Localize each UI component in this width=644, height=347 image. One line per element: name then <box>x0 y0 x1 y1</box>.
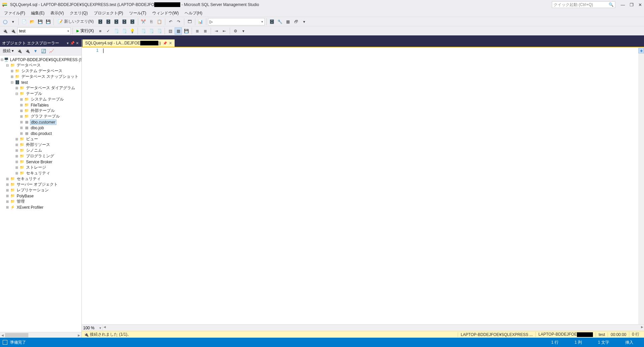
comment-button[interactable]: ≣ <box>194 27 201 35</box>
diagram-node[interactable]: データベース ダイアグラム <box>25 85 76 91</box>
serverobjects-node[interactable]: サーバー オブジェクト <box>16 182 58 187</box>
indent-button[interactable]: ⇥ <box>213 27 220 35</box>
cut-button[interactable]: ✂️ <box>140 18 147 25</box>
tree-hscroll[interactable]: ◀ ▶ <box>0 332 81 338</box>
include-plan-button[interactable]: 🗒️ <box>140 27 147 35</box>
mdx-query-button[interactable]: 🗄️ <box>113 18 120 25</box>
refresh-button[interactable]: 🔄 <box>40 47 47 55</box>
zoom-combo[interactable]: 100 %▾ <box>82 326 102 330</box>
databases-node[interactable]: データベース <box>16 62 41 68</box>
database-combo[interactable]: test▾ <box>17 27 71 35</box>
db-query-button[interactable]: 🗄️ <box>97 18 104 25</box>
menu-query[interactable]: クエリ(Q) <box>67 10 90 17</box>
overflow-button[interactable]: ▾ <box>300 18 308 25</box>
close-button[interactable]: ✕ <box>638 2 642 7</box>
estimated-plan-button[interactable]: 🗒️ <box>113 27 120 35</box>
new-query-button[interactable]: 📝 新しいクエリ(N) <box>55 18 96 25</box>
snapshot-node[interactable]: データベース スナップショット <box>21 74 79 79</box>
xevent-node[interactable]: XEvent Profiler <box>16 205 44 210</box>
db-test-node[interactable]: test <box>21 80 28 85</box>
table-customer-node[interactable]: dbo.customer <box>30 120 56 125</box>
panel-dropdown-icon[interactable]: ▾ <box>65 41 70 45</box>
paste-button[interactable]: 📋 <box>156 18 163 25</box>
synonyms-node[interactable]: シノニム <box>25 148 43 153</box>
db-security-node[interactable]: セキュリティ <box>25 170 51 176</box>
parse-button[interactable]: ✓ <box>104 27 112 35</box>
copy-button[interactable]: ⎘ <box>148 18 155 25</box>
properties-button[interactable]: 🗔 <box>186 18 193 25</box>
template-button[interactable]: ▦ <box>284 18 292 25</box>
panel-close-icon[interactable]: ✕ <box>75 41 79 45</box>
xmla-query-button[interactable]: 🗄️ <box>129 18 136 25</box>
nav-fwd-button[interactable]: ▾ <box>9 18 17 25</box>
editor-vscroll[interactable] <box>638 47 644 324</box>
specify-button[interactable]: ⚙ <box>232 27 239 35</box>
menu-file[interactable]: ファイル(F) <box>1 10 28 17</box>
servicebroker-node[interactable]: Service Broker <box>25 160 53 164</box>
systables-node[interactable]: システム テーブル <box>30 97 64 102</box>
filter-button[interactable]: ▼ <box>32 47 39 55</box>
programming-node[interactable]: プログラミング <box>25 153 55 159</box>
save-button[interactable]: 💾 <box>36 18 44 25</box>
management-node[interactable]: 管理 <box>16 199 25 204</box>
panel-pin-icon[interactable]: 📌 <box>70 41 75 45</box>
disconnect-button[interactable]: 🔌 <box>16 47 23 55</box>
registered-button[interactable]: 🗄️ <box>268 18 276 25</box>
tab-pin-icon[interactable]: 📌 <box>163 41 167 45</box>
dmx-query-button[interactable]: 🗄️ <box>121 18 128 25</box>
undo-button[interactable]: ↶ <box>167 18 174 25</box>
replication-node[interactable]: レプリケーション <box>16 187 49 193</box>
exttables-node[interactable]: 外部テーブル <box>30 108 55 114</box>
filetables-node[interactable]: FileTables <box>30 103 49 108</box>
connect-button[interactable]: 🔌 <box>1 27 9 35</box>
results-file-button[interactable]: 💾 <box>183 27 190 35</box>
editor-hscroll[interactable]: ◀ ▶ <box>102 325 644 331</box>
outdent-button[interactable]: ⇤ <box>221 27 228 35</box>
change-connection-button[interactable]: 🔌 <box>9 27 17 35</box>
tools-button[interactable]: 🔧 <box>276 18 284 25</box>
stop-button[interactable]: ■ <box>96 27 104 35</box>
redo-button[interactable]: ↷ <box>175 18 182 25</box>
menu-window[interactable]: ウィンドウ(W) <box>150 10 181 17</box>
results-text-button[interactable]: ▤ <box>167 27 174 35</box>
menu-help[interactable]: ヘルプ(H) <box>182 10 205 17</box>
views-node[interactable]: ビュー <box>25 136 39 142</box>
tab-sqlquery4[interactable]: SQLQuery4.sql - LA...DEJFOE)) 📌 ✕ <box>82 39 175 47</box>
menu-tools[interactable]: ツール(T) <box>127 10 149 17</box>
execute-button[interactable]: ▶実行(X) <box>74 27 96 35</box>
new-project-button[interactable]: 📄 <box>20 18 28 25</box>
server-node[interactable]: LAPTOP-BDDEJFOE¥SQLEXPRESS (SQL <box>9 57 81 62</box>
as-query-button[interactable]: 🗄️ <box>105 18 112 25</box>
intellisense-button[interactable]: 💡 <box>129 27 136 35</box>
window-button[interactable]: 🗗 <box>292 18 300 25</box>
sysdb-node[interactable]: システム データベース <box>21 68 63 74</box>
activity-button[interactable]: 📊 <box>197 18 204 25</box>
object-tree[interactable]: ⊟🖥️LAPTOP-BDDEJFOE¥SQLEXPRESS (SQL ⊟📁データ… <box>0 55 81 332</box>
menu-project[interactable]: プロジェクト(P) <box>91 10 126 17</box>
table-job-node[interactable]: dbo.job <box>30 126 44 130</box>
uncomment-button[interactable]: ≣ <box>202 27 209 35</box>
storage-node[interactable]: ストレージ <box>25 165 47 170</box>
tables-node[interactable]: テーブル <box>25 91 43 97</box>
open-button[interactable]: 📂 <box>28 18 36 25</box>
minimize-button[interactable]: — <box>621 2 625 7</box>
solution-combo[interactable]: ▷▾ <box>208 18 265 25</box>
connect-dropdown[interactable]: 接続 ▾ <box>1 48 15 54</box>
save-all-button[interactable]: 💾 <box>44 18 52 25</box>
query-options-button[interactable]: 🗒️ <box>121 27 128 35</box>
menu-view[interactable]: 表示(V) <box>48 10 66 17</box>
maximize-button[interactable]: ❐ <box>630 2 634 7</box>
polybase-node[interactable]: PolyBase <box>16 194 34 198</box>
overflow2-button[interactable]: ▾ <box>240 27 247 35</box>
quick-launch-input[interactable]: クイック起動 (Ctrl+Q)🔍 <box>552 1 615 8</box>
include-stats-button[interactable]: 🗒️ <box>148 27 155 35</box>
graphtables-node[interactable]: グラフ テーブル <box>30 114 60 119</box>
split-button[interactable]: ✚ <box>638 48 644 53</box>
tab-close-icon[interactable]: ✕ <box>169 41 172 45</box>
results-grid-button[interactable]: ▦ <box>175 27 182 35</box>
nav-back-button[interactable]: ◯ <box>1 18 9 25</box>
disconnect-all-button[interactable]: 🔌 <box>24 47 31 55</box>
live-stats-button[interactable]: 🗒️ <box>156 27 163 35</box>
sql-editor[interactable] <box>102 47 638 324</box>
table-product-node[interactable]: dbo.product <box>30 131 52 136</box>
